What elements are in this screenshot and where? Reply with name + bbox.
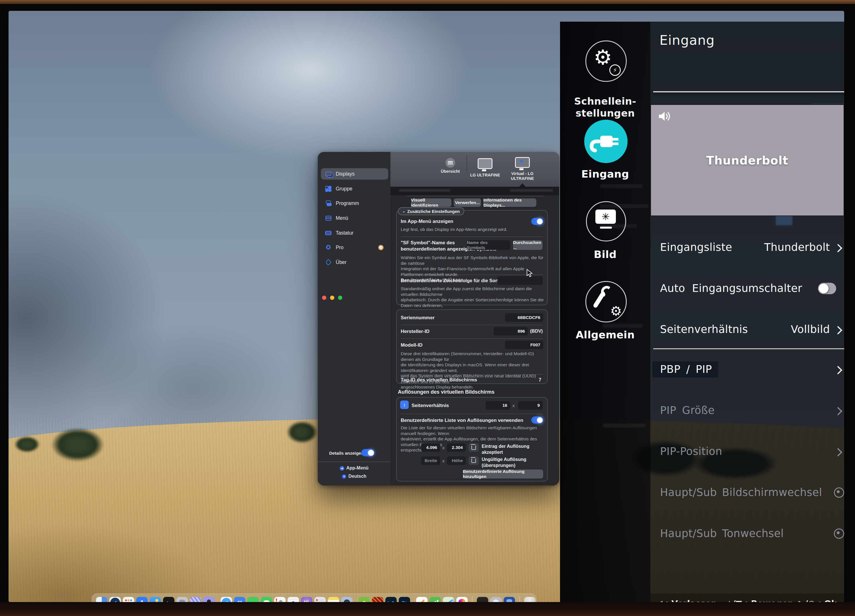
osd-nav-column: ⚙ ⚡ Schnellein-stellungen Eingang ✳ Bild…: [560, 21, 650, 602]
sidebar-item-gruppe[interactable]: Gruppe: [321, 183, 388, 195]
display-info-button[interactable]: Informationen des Displays...: [483, 198, 536, 207]
dock-icon-finder[interactable]: [96, 597, 107, 602]
dock-icon-affinity-photo[interactable]: [372, 597, 383, 602]
resolutions-card: ↕ Seitenverhältnis 16 x 9 Benutzerdefini…: [396, 397, 548, 481]
dock-icon-contacts[interactable]: [203, 597, 215, 602]
dock-icon-contact-card[interactable]: [274, 597, 286, 602]
dock-icon-passwords[interactable]: [301, 597, 313, 602]
dock-icon-calendar[interactable]: 9: [288, 597, 299, 602]
radio-button-icon: [834, 529, 844, 539]
auto-switch-toggle[interactable]: [818, 283, 836, 294]
dock-icon-utility-dial[interactable]: [490, 597, 502, 602]
osd-title: Eingang: [659, 32, 715, 48]
dock-icon-notes[interactable]: [328, 597, 339, 602]
show-in-app-menu-toggle[interactable]: [531, 218, 543, 225]
dock-icon-numbers[interactable]: [429, 597, 441, 602]
dock-icon-launchpad[interactable]: [123, 597, 134, 602]
toolbar-separator: [467, 155, 467, 171]
dock-icon-photos[interactable]: [456, 597, 468, 602]
chevron-right-icon: [834, 326, 843, 335]
dock-icon-phone[interactable]: [247, 597, 259, 602]
virtual-display-icon: ✦: [515, 157, 530, 168]
delete-resolution2-button[interactable]: [469, 457, 479, 465]
dock-icon-utility[interactable]: [176, 597, 188, 602]
symbol-name-input[interactable]: Name des Symbols: [467, 240, 510, 250]
dock-icon-affinity-designer[interactable]: a: [359, 597, 370, 602]
speaker-icon: [658, 110, 671, 122]
sidebar-item-ueber[interactable]: Über: [321, 257, 388, 268]
sidebar-item-menu[interactable]: Menü: [321, 212, 388, 224]
chevron-right-icon: [834, 244, 843, 253]
dock-icon-apple-tv[interactable]: tv: [163, 597, 175, 602]
sidebar-item-displays[interactable]: Displays: [321, 168, 388, 179]
custom-resolution-list-toggle[interactable]: [531, 417, 543, 424]
dock-icon-weather[interactable]: [150, 597, 161, 602]
dock-icon-maps-route[interactable]: [443, 597, 454, 602]
vendor-id-field[interactable]: 896: [493, 327, 528, 336]
language-link[interactable]: ⊕Deutsch: [318, 474, 391, 479]
resolution1-height-field[interactable]: 2.304: [447, 443, 466, 452]
dock-icon-garageband[interactable]: [477, 597, 488, 602]
add-custom-resolution-button[interactable]: Benutzerdefinierte Auflösung hinzufügen: [463, 469, 543, 479]
quick-settings-nav-circle[interactable]: ⚙ ⚡: [585, 40, 627, 82]
dock-icon-pages[interactable]: [416, 597, 428, 602]
dock-icon-freeform[interactable]: [190, 597, 201, 602]
chevron-right-icon: [834, 407, 843, 415]
picture-nav-circle[interactable]: ✳: [586, 201, 626, 241]
aspect-ratio-icon: ↕: [400, 400, 409, 409]
delete-resolution1-button[interactable]: [469, 443, 479, 452]
dock-icon-lightroom-classic[interactable]: LrC: [385, 597, 397, 602]
small-gear-icon: ⚙: [610, 303, 622, 319]
additional-settings-disclosure[interactable]: ⌄Zusätzliche Einstellungen: [398, 207, 464, 215]
app-menu-link[interactable]: ➜App-Menü: [318, 466, 391, 470]
zoom-window-button[interactable]: [338, 296, 342, 300]
dock-icon-maps[interactable]: [109, 597, 121, 602]
dock-icon-safari[interactable]: [221, 597, 232, 602]
sidebar-item-tastatur[interactable]: Tastatur: [321, 227, 388, 239]
identify-button[interactable]: Visuell identifizieren: [411, 198, 452, 207]
footer-move-hint: ▲/▼ : Bewegen: [726, 599, 794, 602]
popover-caret: [519, 183, 526, 187]
sidebar-item-pro[interactable]: ✪ Pro 🕒: [321, 242, 388, 253]
pinwheel-icon: [458, 599, 466, 602]
browse-symbols-button[interactable]: Durchsuchen ...: [513, 240, 542, 250]
dock-icon-reminders[interactable]: [314, 597, 326, 602]
display-icon: [478, 158, 492, 169]
sparkle-icon: ✦: [518, 157, 524, 165]
resolution2-width-field[interactable]: Breite: [421, 457, 440, 465]
dock-icon-messages[interactable]: [261, 597, 272, 602]
dock-icon-photo-booth[interactable]: [341, 597, 352, 602]
wallpaper-bush-left: [14, 436, 40, 453]
tab-overview[interactable]: Übersicht: [436, 158, 464, 174]
sidebar-item-programm[interactable]: Programm: [321, 198, 388, 209]
general-nav-circle[interactable]: ⚙: [585, 281, 627, 322]
tag-icon: [325, 259, 332, 266]
dock-icon-blue-app[interactable]: [504, 597, 515, 602]
sort-string-input[interactable]: [498, 276, 542, 285]
close-window-button[interactable]: [322, 296, 326, 300]
footer-exit-hint: ◀ : Verlassen: [656, 599, 717, 602]
model-id-field[interactable]: F007: [505, 341, 543, 349]
aspect-height-field[interactable]: 9: [518, 401, 542, 410]
resolution2-height-field[interactable]: Höhe: [447, 457, 466, 465]
discard-button[interactable]: Verwerfen...: [454, 198, 481, 207]
dock-icon-trash[interactable]: [524, 597, 536, 602]
minimize-window-button[interactable]: [330, 296, 334, 300]
aspect-width-field[interactable]: 16: [486, 401, 510, 410]
overview-list-icon: [446, 158, 455, 168]
serial-number-field[interactable]: 68BCDCF6: [505, 313, 543, 322]
dock-icon-mail[interactable]: ✉: [234, 597, 245, 602]
input-nav-circle[interactable]: [584, 120, 628, 163]
tab-virtual-lg-ultrafine[interactable]: ✦ Virtual - LGULTRAFINE: [504, 157, 541, 181]
plug-icon: [584, 120, 628, 163]
dock-icon-app-store[interactable]: A: [136, 597, 148, 602]
chevron-down-icon: ⌄: [402, 209, 405, 213]
resolution1-width-field[interactable]: 4.096: [421, 443, 440, 452]
chevron-right-icon: [834, 366, 843, 375]
lightning-badge-icon: ⚡: [609, 64, 621, 76]
row-divider: [401, 274, 543, 275]
details-toggle[interactable]: [362, 449, 374, 457]
dock-icon-photoshop[interactable]: Ps: [399, 597, 410, 602]
source-preview-box: Thunderbolt: [650, 104, 844, 216]
tab-lg-ultrafine[interactable]: LG ULTRAFINE: [469, 158, 501, 178]
